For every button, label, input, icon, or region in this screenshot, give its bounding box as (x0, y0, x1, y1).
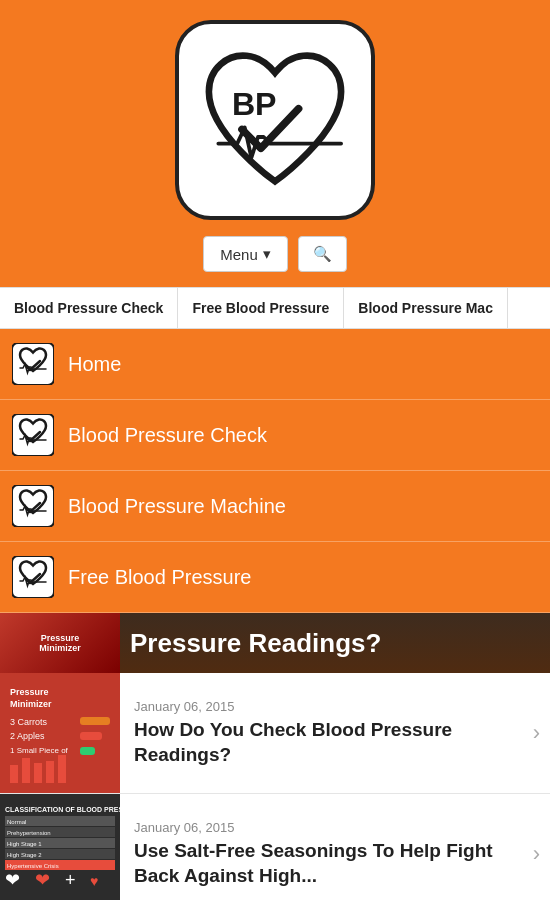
banner-text: Pressure Readings? (130, 628, 381, 659)
svg-text:High Stage 1: High Stage 1 (7, 841, 42, 847)
svg-text:Pressure: Pressure (10, 687, 49, 697)
article-date-2: January 06, 2015 (134, 820, 520, 835)
article-title-2: Use Salt-Free Seasonings To Help Fight B… (134, 839, 520, 888)
content-banner: PressureMinimizer Pressure Readings? (0, 613, 550, 673)
article-item-1[interactable]: Pressure Minimizer 3 Carrots 2 Apples 1 … (0, 673, 550, 794)
menu-item-home[interactable]: Home (0, 329, 550, 400)
article-chevron-1: › (533, 720, 540, 746)
menu-label: Menu (220, 246, 258, 263)
article-date-1: January 06, 2015 (134, 699, 520, 714)
banner-thumb: PressureMinimizer (0, 613, 120, 673)
nav-item-free-blood-pressure[interactable]: Free Blood Pressure (178, 288, 344, 328)
bp-logo-svg: BP (190, 35, 360, 205)
article-thumb-2: CLASSIFICATION OF BLOOD PRESSURE FOR ADU… (0, 794, 120, 900)
menu-item-bp-machine-label: Blood Pressure Machine (68, 495, 286, 518)
menu-item-bp-machine[interactable]: Blood Pressure Machine (0, 471, 550, 542)
app-logo: BP (175, 20, 375, 220)
search-button[interactable]: 🔍 (298, 236, 347, 272)
svg-text:Prehypertension: Prehypertension (7, 830, 51, 836)
svg-text:3 Carrots: 3 Carrots (10, 717, 48, 727)
svg-text:Hypertensive Crisis: Hypertensive Crisis (7, 863, 59, 869)
menu-list: Home Blood Pressure Check Blood Pressure… (0, 329, 550, 613)
svg-text:♥: ♥ (90, 873, 98, 889)
svg-text:CLASSIFICATION OF BLOOD PRESSU: CLASSIFICATION OF BLOOD PRESSURE FOR ADU… (5, 806, 120, 813)
article-body-2: January 06, 2015 Use Salt-Free Seasoning… (120, 794, 550, 900)
svg-text:❤: ❤ (35, 870, 50, 890)
menu-item-bp-check[interactable]: Blood Pressure Check (0, 400, 550, 471)
article-thumb-1: Pressure Minimizer 3 Carrots 2 Apples 1 … (0, 673, 120, 793)
menu-item-home-label: Home (68, 353, 121, 376)
svg-text:1 Small Piece of: 1 Small Piece of (10, 746, 69, 755)
nav-item-blood-pressure-check[interactable]: Blood Pressure Check (0, 288, 178, 328)
header: BP Menu ▾ 🔍 (0, 0, 550, 287)
svg-text:2 Apples: 2 Apples (10, 731, 45, 741)
article-title-1: How Do You Check Blood Pressure Readings… (134, 718, 520, 767)
svg-text:Normal: Normal (7, 819, 26, 825)
svg-rect-17 (46, 761, 54, 783)
svg-rect-15 (22, 758, 30, 783)
svg-rect-14 (10, 765, 18, 783)
dropdown-icon: ▾ (263, 245, 271, 263)
article-chevron-2: › (533, 841, 540, 867)
menu-button[interactable]: Menu ▾ (203, 236, 288, 272)
menu-item-free-bp[interactable]: Free Blood Pressure (0, 542, 550, 613)
svg-text:Minimizer: Minimizer (10, 699, 52, 709)
svg-rect-11 (80, 732, 102, 740)
home-icon (12, 343, 54, 385)
nav-bar: Blood Pressure Check Free Blood Pressure… (0, 287, 550, 329)
menu-item-free-bp-label: Free Blood Pressure (68, 566, 251, 589)
svg-rect-13 (80, 747, 95, 755)
nav-item-blood-pressure-mac[interactable]: Blood Pressure Mac (344, 288, 508, 328)
toolbar: Menu ▾ 🔍 (203, 236, 347, 272)
article-item-2[interactable]: CLASSIFICATION OF BLOOD PRESSURE FOR ADU… (0, 794, 550, 900)
free-bp-icon (12, 556, 54, 598)
svg-rect-9 (80, 717, 110, 725)
menu-item-bp-check-label: Blood Pressure Check (68, 424, 267, 447)
svg-rect-16 (34, 763, 42, 783)
svg-rect-18 (58, 755, 66, 783)
bp-check-icon (12, 414, 54, 456)
svg-text:High Stage 2: High Stage 2 (7, 852, 42, 858)
svg-text:+: + (65, 870, 76, 890)
content-area: PressureMinimizer Pressure Readings? Pre… (0, 613, 550, 900)
article-body-1: January 06, 2015 How Do You Check Blood … (120, 673, 550, 793)
svg-text:BP: BP (232, 86, 277, 122)
bp-machine-icon (12, 485, 54, 527)
search-icon: 🔍 (313, 245, 332, 262)
svg-text:❤: ❤ (5, 870, 20, 890)
